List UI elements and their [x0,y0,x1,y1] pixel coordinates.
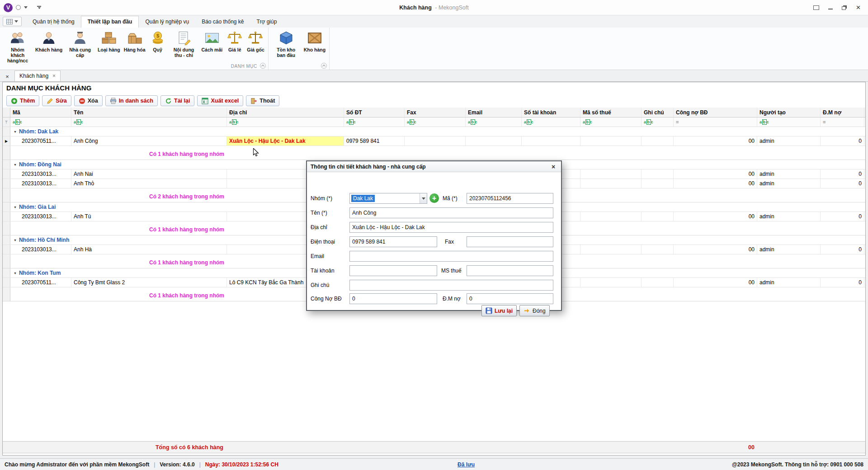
toolbar-customize-icon[interactable] [37,6,41,9]
tab-khach-hang[interactable]: Khách hàng × [14,70,61,81]
opening-debt-input[interactable] [349,293,437,304]
cell[interactable]: Anh Nai [71,169,227,179]
column-header[interactable]: Tên [71,108,227,117]
abc-filter-icon[interactable]: abc [13,120,22,124]
ribbon-item[interactable]: Nhóm khách hàng/ncc [2,29,33,63]
cell[interactable]: 00 [674,212,757,221]
filter-cell[interactable]: abc [71,118,227,127]
filter-cell[interactable]: abc [757,118,821,127]
toolbar-edit-button[interactable]: Sửa [42,95,71,106]
abc-filter-icon[interactable]: abc [346,120,356,124]
ribbon-item[interactable]: Tồn kho ban đầu [270,29,302,63]
group-collapse-icon[interactable] [321,63,327,69]
cell[interactable]: Anh Hà [71,245,227,254]
abc-filter-icon[interactable]: abc [468,120,477,124]
fax-input[interactable] [467,236,553,247]
cell[interactable]: Anh Tú [71,212,227,221]
collapse-triangle-icon[interactable]: ▼ [14,163,17,166]
cell[interactable]: 0 [821,169,864,179]
column-header[interactable]: Số ĐT [344,108,405,117]
cell[interactable]: 2023103013... [10,245,71,254]
dialog-close-icon[interactable]: × [549,163,557,170]
note-input[interactable] [349,280,553,291]
ribbon-item[interactable]: Hàng hóa [122,29,147,63]
cell[interactable]: Anh Công [71,136,227,146]
cell[interactable]: 0 [821,179,864,188]
collapse-triangle-icon[interactable]: ▼ [14,272,17,275]
tab-close-icon[interactable]: × [52,73,56,79]
cell[interactable] [642,212,674,221]
ribbon-tab-2[interactable]: Quản lý nghiệp vụ [139,16,195,28]
column-header[interactable]: Số tài khoản [522,108,580,117]
ribbon-item[interactable]: Nhà cung cấp [64,29,96,63]
customer-row[interactable]: ▶2023070511...Anh CôngXuân Lộc - Hậu Lộc… [3,136,865,146]
cell[interactable]: 0 [821,245,864,254]
cell[interactable]: 00 [674,136,757,146]
ribbon-tab-0[interactable]: Quản trị hệ thống [26,16,81,28]
restore-button[interactable] [838,3,850,13]
cell[interactable] [580,212,642,221]
cell[interactable] [466,136,522,146]
collapse-triangle-icon[interactable]: ▼ [14,130,17,133]
name-input[interactable] [349,207,553,218]
column-header[interactable]: Ghi chú [642,108,674,117]
tax-input[interactable] [467,265,553,276]
ribbon-tab-4[interactable]: Trợ giúp [250,16,283,28]
cell[interactable] [405,136,466,146]
ribbon-item[interactable]: Cách mãi [200,29,225,63]
cell[interactable]: 00 [674,179,757,188]
cell[interactable] [642,278,674,287]
ribbon-item[interactable]: $Quỹ [147,29,168,63]
quick-access-circle-icon[interactable] [16,5,21,10]
cell[interactable]: 2023103013... [10,179,71,188]
save-button[interactable]: Lưu lại [481,305,517,316]
cell[interactable]: 00 [674,169,757,179]
ribbon-item[interactable]: Khách hàng [33,29,64,63]
ribbon-item[interactable]: Kho hàng [302,29,327,63]
address-input[interactable] [349,222,553,233]
filter-cell[interactable]: abc [344,118,405,127]
cell[interactable] [580,169,642,179]
toolbar-delete-button[interactable]: Xóa [74,95,103,106]
quick-access-caret-icon[interactable] [24,6,28,9]
equals-filter-icon[interactable]: = [823,119,826,125]
toolbar-excel-button[interactable]: Xuất excel [197,95,243,106]
cell[interactable]: 0 [821,278,864,287]
close-window-button[interactable]: × [852,3,864,13]
cell[interactable] [522,136,580,146]
ribbon-item[interactable]: Loại hàng [96,29,122,63]
combo-dropdown-icon[interactable] [420,193,427,203]
group-combobox[interactable]: Dak Lak [349,193,427,204]
debt-limit-input[interactable] [467,293,553,304]
cell[interactable]: admin [757,136,821,146]
cell[interactable]: admin [757,179,821,188]
abc-filter-icon[interactable]: abc [644,120,653,124]
cell[interactable] [642,245,674,254]
column-header[interactable]: Công nợ BĐ [674,108,757,117]
account-input[interactable] [349,265,437,276]
cell[interactable]: admin [757,278,821,287]
cell[interactable]: Anh Thỏ [71,179,227,188]
cell[interactable]: 0979 589 841 [344,136,405,146]
column-header[interactable]: Fax [405,108,466,117]
cell[interactable]: admin [757,169,821,179]
cell[interactable]: 2023070511... [10,278,71,287]
ribbon-tab-3[interactable]: Báo cáo thống kê [195,16,250,28]
cell[interactable]: 00 [674,278,757,287]
column-header[interactable]: Mã số thuế [580,108,642,117]
cell[interactable]: 00 [674,245,757,254]
column-header[interactable]: Người tạo [757,108,821,117]
phone-input[interactable] [349,236,437,247]
cell[interactable]: 0 [821,212,864,221]
ribbon-item[interactable]: Nội dung thu - chi [168,29,200,63]
filter-cell[interactable]: abc [642,118,674,127]
cell[interactable] [580,136,642,146]
cell[interactable]: 2023103013... [10,169,71,179]
filter-cell[interactable]: abc [405,118,466,127]
abc-filter-icon[interactable]: abc [524,120,533,124]
filter-cell[interactable]: abc [466,118,522,127]
ribbon-tab-1[interactable]: Thiết lập ban đầu [81,16,139,28]
filter-cell[interactable]: abc [227,118,344,127]
column-header[interactable]: Địa chỉ [227,108,344,117]
cell[interactable] [580,278,642,287]
